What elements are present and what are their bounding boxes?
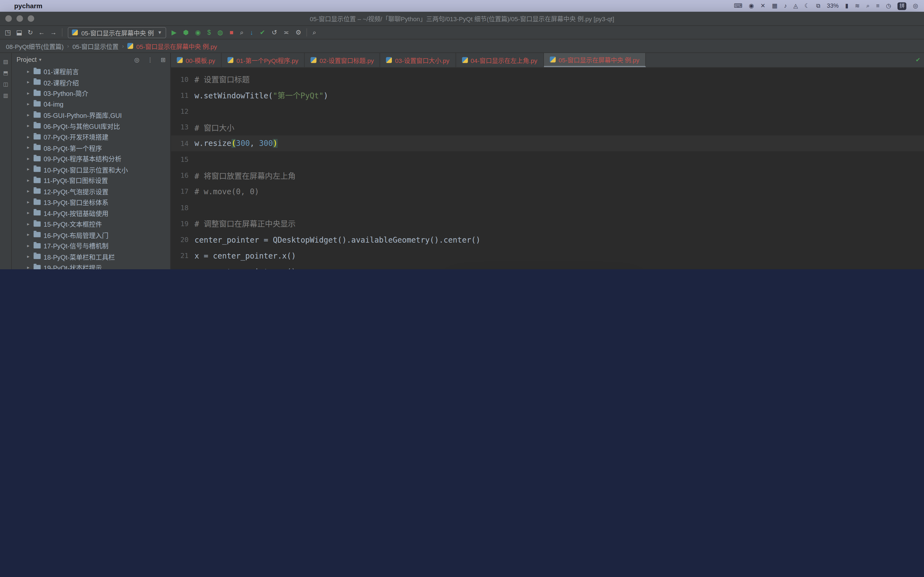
project-header-icon[interactable]: ⊞ <box>161 56 166 63</box>
chevron-right-icon[interactable]: ▸ <box>26 189 31 194</box>
tree-folder-item[interactable]: ▸17-PyQt-信号与槽机制 <box>12 240 170 251</box>
tree-folder-item[interactable]: ▸14-PyQt-按钮基础使用 <box>12 208 170 218</box>
run-configuration-select[interactable]: 05-窗口显示在屏幕中央 例 ▼ <box>68 27 166 38</box>
stop-icon[interactable]: ■ <box>229 29 233 36</box>
menu-app-name[interactable]: pycharm <box>14 2 42 10</box>
code-line[interactable]: 12 <box>171 103 924 119</box>
search-everywhere-icon[interactable]: ⌕ <box>312 29 316 36</box>
code-line[interactable]: 20center_pointer = QDesktopWidget().avai… <box>171 232 924 248</box>
breadcrumb-segment[interactable]: 05-窗口显示位置 <box>73 42 119 50</box>
zoom-button[interactable] <box>28 15 34 22</box>
breadcrumb-segment[interactable]: 08-PyQt细节(位置篇) <box>6 42 63 50</box>
chevron-right-icon[interactable]: ▸ <box>26 102 31 106</box>
spotlight-icon[interactable]: ⌕ <box>866 0 869 12</box>
forward-icon[interactable]: → <box>50 29 57 36</box>
code-line[interactable]: 17# w.move(0, 0) <box>171 184 924 200</box>
vcs-commit-icon[interactable]: ✔ <box>260 29 265 36</box>
chevron-right-icon[interactable]: ▸ <box>26 123 31 128</box>
tree-folder-item[interactable]: ▸04-img <box>12 98 170 110</box>
editor-tab[interactable]: 05-窗口显示在屏幕中央 例.py <box>544 53 646 67</box>
chevron-right-icon[interactable]: ▸ <box>26 265 31 269</box>
find-icon[interactable]: ⌕ <box>240 29 243 36</box>
rollback-icon[interactable]: ↺ <box>272 29 277 36</box>
code-line[interactable]: 19# 调整窗口在屏幕正中央显示 <box>171 216 924 232</box>
chevron-right-icon[interactable]: ▸ <box>26 90 31 96</box>
concurrency-icon[interactable]: ◍ <box>217 29 223 36</box>
clock-icon[interactable]: ◷ <box>886 0 891 12</box>
control-center-icon[interactable]: ≡ <box>876 0 880 12</box>
tree-folder-item[interactable]: ▸16-PyQt-布局管理入门 <box>12 229 170 240</box>
editor-tab[interactable]: 04-窗口显示在左上角.py <box>456 53 544 67</box>
code-line[interactable]: 14w.resize(300, 300) <box>171 135 924 152</box>
diff-icon[interactable]: ≍ <box>284 29 289 36</box>
code-line[interactable]: 10# 设置窗口标题 <box>171 71 924 87</box>
tree-folder-item[interactable]: ▸06-PyQt-与其他GUI库对比 <box>12 120 170 131</box>
editor-tab[interactable]: 02-设置窗口标题.py <box>305 53 380 67</box>
ide-title-bar[interactable]: 05-窗口显示位置 – ~/视频/「聊聊Python」三两句/013-PyQt … <box>0 12 924 26</box>
code-line[interactable]: 15 <box>171 152 924 167</box>
back-icon[interactable]: ← <box>38 29 45 36</box>
input-method-icon[interactable]: 拼 <box>898 2 906 10</box>
tree-folder-item[interactable]: ▸19-PyQt-状态栏提示 <box>12 262 170 269</box>
tree-folder-item[interactable]: ▸09-PyQt-程序基本结构分析 <box>12 153 170 164</box>
moon-icon[interactable]: ☾ <box>804 0 809 12</box>
close-button[interactable] <box>5 15 12 22</box>
tree-folder-item[interactable]: ▸01-课程前言 <box>12 66 170 77</box>
tree-folder-item[interactable]: ▸12-PyQt-气泡提示设置 <box>12 186 170 197</box>
run-icon[interactable]: ▶ <box>171 29 176 36</box>
battery-icon[interactable]: ▮ <box>845 0 848 12</box>
grid-icon[interactable]: ▦ <box>772 0 777 12</box>
chevron-right-icon[interactable]: ▸ <box>26 69 31 74</box>
wifi-icon[interactable]: ≋ <box>855 0 860 12</box>
code-line[interactable]: 13# 窗口大小 <box>171 119 924 135</box>
sync-icon[interactable]: ↻ <box>27 29 33 36</box>
save-all-icon[interactable]: ⬓ <box>16 29 22 36</box>
code-line[interactable]: 22y = center_pointer.y() <box>171 264 924 269</box>
project-header-icon[interactable]: ◎ <box>134 56 139 63</box>
chevron-right-icon[interactable]: ▸ <box>26 254 31 259</box>
tree-folder-item[interactable]: ▸08-PyQt-第一个程序 <box>12 142 170 153</box>
code-editor[interactable]: 10# 设置窗口标题11w.setWindowTitle("第一个PyQt")1… <box>171 68 924 269</box>
chevron-right-icon[interactable]: ▸ <box>26 200 31 205</box>
debug-icon[interactable]: ⬢ <box>183 29 189 36</box>
cut-icon[interactable]: ✕ <box>760 0 765 12</box>
chevron-right-icon[interactable]: ▸ <box>26 112 31 118</box>
project-header-icon[interactable]: ⋮ <box>147 56 153 63</box>
chevron-right-icon[interactable]: ▸ <box>26 221 31 226</box>
tool-strip-icon[interactable]: ⬒ <box>3 70 8 76</box>
tool-strip-icon[interactable]: ◫ <box>3 81 8 87</box>
tree-folder-item[interactable]: ▸10-PyQt-窗口显示位置和大小 <box>12 164 170 175</box>
breadcrumb-current-file[interactable]: 05-窗口显示在屏幕中央 例.py <box>127 42 217 50</box>
settings-icon[interactable]: ⚙ <box>296 29 301 36</box>
vcs-update-icon[interactable]: ↓ <box>250 29 253 36</box>
tree-folder-item[interactable]: ▸02-课程介绍 <box>12 77 170 88</box>
coverage-icon[interactable]: ◉ <box>195 29 201 36</box>
chevron-right-icon[interactable]: ▸ <box>26 211 31 216</box>
editor-tab[interactable]: 03-设置窗口大小.py <box>380 53 456 67</box>
tree-folder-item[interactable]: ▸05-GUI-Python-界面库,GUI <box>12 110 170 121</box>
code-line[interactable]: 18 <box>171 200 924 215</box>
chevron-right-icon[interactable]: ▸ <box>26 243 31 248</box>
chevron-right-icon[interactable]: ▸ <box>26 145 31 150</box>
tool-strip-icon[interactable]: ▤ <box>3 59 8 64</box>
tree-folder-item[interactable]: ▸15-PyQt-文本框控件 <box>12 218 170 229</box>
code-line[interactable]: 11w.setWindowTitle("第一个PyQt") <box>171 87 924 103</box>
tree-folder-item[interactable]: ▸03-Python-简介 <box>12 88 170 98</box>
project-panel-header[interactable]: Project ▾ ◎⋮⊞ <box>12 53 170 66</box>
minimize-button[interactable] <box>16 15 23 22</box>
editor-tab[interactable]: 00-模板.py <box>171 53 222 67</box>
keyboard-icon[interactable]: ⌨ <box>734 0 743 12</box>
chevron-right-icon[interactable]: ▸ <box>26 167 31 172</box>
profiler-icon[interactable]: $ <box>207 29 211 36</box>
tree-folder-item[interactable]: ▸07-PyQt-开发环境搭建 <box>12 131 170 142</box>
open-icon[interactable]: ◳ <box>5 29 11 36</box>
code-line[interactable]: 21x = center_pointer.x() <box>171 248 924 264</box>
chevron-right-icon[interactable]: ▸ <box>26 80 31 85</box>
code-line[interactable]: 16# 将窗口放置在屏幕内左上角 <box>171 168 924 184</box>
chevron-right-icon[interactable]: ▸ <box>26 156 31 161</box>
tree-folder-item[interactable]: ▸11-PyQt-窗口图标设置 <box>12 175 170 186</box>
tree-folder-item[interactable]: ▸18-PyQt-菜单栏和工具栏 <box>12 251 170 262</box>
battery-percent[interactable]: 33% <box>827 0 839 12</box>
chevron-right-icon[interactable]: ▸ <box>26 232 31 237</box>
tree-folder-item[interactable]: ▸13-PyQt-窗口坐标体系 <box>12 197 170 208</box>
